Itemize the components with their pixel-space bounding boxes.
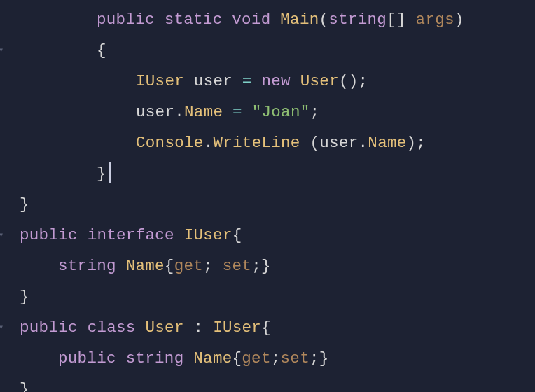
token-kw: string [126, 349, 184, 368]
token-punct: : [194, 318, 204, 337]
code-content[interactable]: } [6, 281, 29, 312]
code-line[interactable]: Console.WriteLine (user.Name); [0, 127, 535, 158]
token-kw: public [20, 226, 78, 244]
gutter [1, 97, 6, 127]
token-type: Console [136, 134, 204, 152]
token-punct: } [20, 195, 29, 214]
code-content[interactable]: public string Name{get;set;} [6, 343, 329, 374]
token-kw: public [20, 318, 78, 337]
token-var: user [194, 72, 232, 90]
token-kw: public [58, 349, 116, 368]
token-dim [116, 257, 126, 275]
token-dim [271, 10, 281, 29]
token-kw: string [58, 257, 116, 275]
fold-toggle-icon[interactable]: ▾ [0, 323, 4, 332]
token-punct: { [165, 257, 174, 275]
token-dim [184, 72, 194, 90]
token-dim [223, 103, 232, 121]
code-line[interactable]: } [0, 281, 535, 312]
token-param: get [242, 349, 270, 368]
token-punct: . [204, 134, 214, 152]
gutter [0, 343, 6, 374]
code-line[interactable]: ▾{ [0, 35, 535, 66]
token-punct: ;} [251, 257, 271, 275]
token-param: set [223, 257, 251, 275]
token-dim [78, 318, 88, 337]
token-dim [136, 318, 146, 337]
token-var: user [319, 134, 358, 152]
token-type: Main [280, 10, 319, 29]
token-punct: { [232, 349, 242, 368]
token-type: IUser [136, 72, 184, 90]
gutter [1, 66, 6, 97]
token-kw: public [97, 10, 155, 29]
code-line[interactable]: ▾public interface IUser{ [0, 220, 535, 251]
gutter [0, 4, 6, 35]
code-content[interactable]: } [6, 158, 111, 189]
gutter: ▾ [0, 35, 6, 66]
code-content[interactable]: string Name{get; set;} [6, 251, 271, 281]
token-punct: . [359, 134, 368, 152]
token-dim [222, 10, 232, 29]
token-punct: ;} [310, 349, 329, 368]
code-line[interactable]: public string Name{get;set;} [0, 343, 535, 374]
token-dim [300, 134, 310, 152]
token-dim [184, 318, 194, 337]
token-param: set [281, 349, 310, 368]
code-content[interactable]: public static void Main(string[] args) [6, 4, 464, 35]
token-str: "Joan" [252, 103, 310, 121]
code-content[interactable]: Console.WriteLine (user.Name); [6, 127, 426, 158]
token-type: Name [193, 349, 232, 368]
token-punct: [] [387, 10, 415, 29]
gutter [0, 158, 6, 189]
token-param: get [174, 257, 203, 275]
token-kw: interface [88, 226, 174, 244]
token-type: IUser [184, 226, 232, 244]
token-punct: . [174, 103, 184, 121]
code-line[interactable]: } [0, 189, 535, 220]
token-kw: static [165, 10, 223, 29]
token-kw: class [88, 318, 136, 337]
token-var: user [136, 103, 174, 121]
fold-toggle-icon[interactable]: ▾ [0, 231, 4, 239]
code-content[interactable]: public class User : IUser{ [6, 312, 271, 343]
fold-toggle-icon[interactable]: ▾ [0, 46, 4, 55]
token-punct: ; [271, 349, 281, 368]
token-punct: { [261, 318, 271, 337]
code-content[interactable]: } [6, 189, 29, 220]
token-dim [116, 349, 126, 368]
token-punct: ); [407, 134, 426, 152]
code-line[interactable]: string Name{get; set;} [0, 251, 535, 281]
token-type: User [300, 72, 339, 90]
gutter [0, 374, 6, 392]
gutter [0, 189, 6, 220]
token-dim [252, 72, 262, 90]
token-dim [174, 226, 184, 244]
gutter [1, 127, 6, 158]
code-line[interactable]: IUser user = new User(); [0, 66, 535, 97]
gutter [0, 281, 6, 312]
code-line[interactable]: public static void Main(string[] args) [0, 4, 535, 35]
text-cursor [109, 162, 111, 183]
token-punct: } [20, 380, 29, 392]
code-content[interactable]: { [6, 35, 106, 66]
code-content[interactable]: user.Name = "Joan"; [6, 97, 319, 127]
token-punct: ( [310, 134, 319, 152]
code-line[interactable]: } [0, 158, 535, 189]
code-content[interactable]: } [6, 374, 29, 392]
code-line[interactable]: user.Name = "Joan"; [0, 97, 535, 127]
code-line[interactable]: } [0, 374, 535, 392]
token-dim [78, 226, 88, 244]
token-kw: string [328, 10, 387, 29]
code-line[interactable]: ▾public class User : IUser{ [0, 312, 535, 343]
token-punct: ( [319, 10, 329, 29]
token-punct: { [97, 41, 106, 59]
token-type: Name [368, 134, 406, 152]
code-editor[interactable]: public static void Main(string[] args)▾{… [0, 0, 535, 392]
token-param: args [416, 10, 454, 29]
token-dim [291, 72, 300, 90]
code-content[interactable]: IUser user = new User(); [6, 66, 368, 97]
code-content[interactable]: public interface IUser{ [6, 220, 242, 251]
token-punct: ; [310, 103, 320, 121]
token-dim [183, 349, 193, 368]
